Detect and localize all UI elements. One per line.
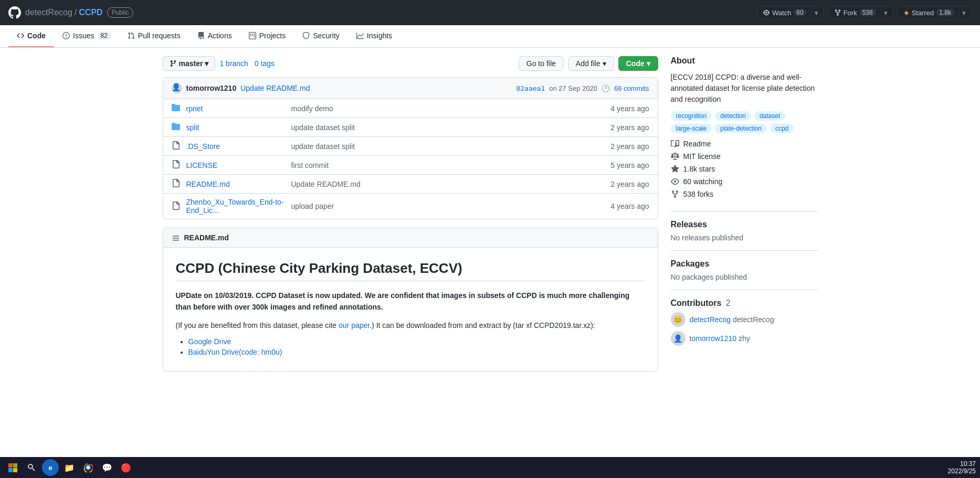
fork-dropdown-arrow[interactable]: ▾ — [880, 9, 888, 17]
tag-detection[interactable]: detection — [715, 111, 751, 121]
github-logo-icon — [8, 6, 21, 19]
releases-empty: No releases published — [671, 233, 818, 242]
readme-title: README.md — [184, 233, 229, 242]
contributors-list: 😊 detectRecog detectRecog 👤 tomorrow1210… — [671, 312, 818, 346]
packages-section: Packages No packages published — [671, 259, 818, 281]
commit-right: 02aaea1 on 27 Sep 2020 🕐 66 commits — [516, 84, 649, 92]
file-icon — [172, 160, 182, 170]
about-section: About [ECCV 2018] CCPD: a diverse and we… — [671, 56, 818, 198]
tab-pull-requests[interactable]: Pull requests — [119, 25, 189, 47]
add-file-button[interactable]: Add file ▾ — [568, 56, 614, 71]
balance-icon — [671, 152, 679, 161]
tags-container: recognition detection dataset large-scal… — [671, 111, 818, 133]
forks-info: 538 forks — [671, 190, 818, 198]
eye-watching-icon — [671, 177, 679, 186]
branch-icon — [170, 60, 177, 67]
commit-hash[interactable]: 02aaea1 — [516, 84, 545, 92]
commit-username[interactable]: tomorrow1210 — [186, 84, 237, 92]
tab-pr-label: Pull requests — [138, 31, 181, 40]
tab-issues[interactable]: Issues 82 — [54, 25, 119, 47]
repo-name[interactable]: CCPD — [79, 8, 102, 17]
file-commit-license: first commit — [291, 161, 586, 169]
contributor-tomorrow1210: 👤 tomorrow1210 zhy — [671, 331, 818, 346]
contributor-username-tomorrow1210[interactable]: tomorrow1210 — [690, 334, 737, 343]
branch-selector[interactable]: master ▾ — [163, 56, 216, 71]
license-link[interactable]: MIT license — [671, 152, 818, 161]
tag-plate-detection[interactable]: plate-detection — [715, 124, 767, 133]
tag-recognition[interactable]: recognition — [671, 111, 712, 121]
commit-bar: 👤 tomorrow1210 Update README.md 02aaea1 … — [163, 78, 658, 99]
star-label: Starred — [912, 9, 934, 17]
watch-count: 60 — [793, 9, 806, 16]
branch-count-link[interactable]: 1 branch — [219, 59, 248, 68]
table-row: .DS_Store update dataset split 2 years a… — [163, 137, 658, 156]
star-icon — [671, 165, 679, 173]
tag-ccpd[interactable]: ccpd — [770, 124, 794, 133]
sidebar-divider-1 — [671, 211, 818, 211]
packages-title: Packages — [671, 259, 818, 269]
commit-avatar: 👤 — [172, 83, 182, 93]
table-row: rpnet modify demo 4 years ago — [163, 99, 658, 118]
tag-dataset[interactable]: dataset — [754, 111, 785, 121]
go-to-file-button[interactable]: Go to file — [519, 56, 564, 71]
tab-actions[interactable]: Actions — [189, 25, 240, 47]
fork-icon — [834, 9, 841, 16]
contributor-username-detectrecog[interactable]: detectRecog — [690, 315, 731, 324]
visibility-badge: Public — [107, 7, 134, 18]
watch-dropdown-arrow[interactable]: ▾ — [811, 9, 818, 17]
license-sidebar-link[interactable]: MIT license — [683, 152, 721, 161]
google-drive-link[interactable]: Google Drive — [188, 337, 231, 346]
stars-count: 1.8k stars — [683, 165, 715, 173]
tag-large-scale[interactable]: large-scale — [671, 124, 712, 133]
table-row: README.md Update README.md 2 years ago — [163, 175, 658, 194]
file-age-dsstore: 2 years ago — [586, 142, 649, 151]
contributor-handle-tomorrow1210: zhy — [739, 334, 750, 343]
file-age-split: 2 years ago — [586, 123, 649, 132]
file-name-license[interactable]: LICENSE — [186, 161, 291, 169]
org-name[interactable]: detectRecog — [25, 8, 72, 17]
list-item: Google Drive — [188, 337, 645, 346]
readme-link[interactable]: Readme — [671, 140, 818, 148]
tab-projects[interactable]: Projects — [240, 25, 294, 47]
file-name-rpnet[interactable]: rpnet — [186, 104, 291, 113]
branch-name: master — [179, 59, 203, 68]
about-description: [ECCV 2018] CCPD: a diverse and well-ann… — [671, 72, 818, 105]
insights-icon — [356, 32, 364, 39]
tab-code-label: Code — [27, 31, 46, 40]
add-file-arrow: ▾ — [603, 59, 606, 68]
file-name-readme[interactable]: README.md — [186, 180, 291, 188]
branch-dropdown-icon: ▾ — [205, 59, 208, 68]
baiduyun-link[interactable]: BaiduYun Drive(code: hm0u) — [188, 348, 282, 356]
our-paper-link[interactable]: our paper — [339, 321, 370, 330]
readme-update-strong: UPDate on 10/03/2019. CCPD Dataset is no… — [176, 291, 630, 311]
contributor-avatar-tomorrow1210: 👤 — [671, 331, 686, 346]
watch-button[interactable]: Watch 60 ▾ — [757, 6, 824, 19]
contributors-count: 2 — [726, 299, 731, 307]
contributor-avatar-detectrecog: 😊 — [671, 312, 686, 327]
star-button[interactable]: ★ Starred 1.8k ▾ — [898, 6, 972, 19]
contributors-section: Contributors 2 😊 detectRecog detectRecog… — [671, 299, 818, 346]
tab-insights[interactable]: Insights — [348, 25, 401, 47]
fork-label: Fork — [844, 9, 857, 17]
tab-code[interactable]: Code — [8, 25, 54, 47]
fork-button[interactable]: Fork 538 ▾ — [828, 6, 893, 19]
issues-badge: 82 — [97, 31, 110, 40]
file-name-paper[interactable]: Zhenbo_Xu_Towards_End-to-End_Lic... — [186, 198, 291, 215]
tab-security[interactable]: Security — [294, 25, 348, 47]
commit-date: on 27 Sep 2020 — [549, 84, 597, 92]
file-name-split[interactable]: split — [186, 123, 291, 132]
projects-icon — [249, 32, 256, 39]
file-icon — [172, 179, 182, 189]
star-count: 1.8k — [936, 9, 954, 16]
top-bar-left: detectRecog / CCPD Public — [8, 6, 133, 19]
file-name-dsstore[interactable]: .DS_Store — [186, 142, 291, 151]
tag-count-link[interactable]: 0 tags — [255, 59, 275, 68]
readme-sidebar-link[interactable]: Readme — [683, 140, 711, 148]
code-button[interactable]: Code ▾ — [618, 56, 658, 71]
commit-message-link[interactable]: Update README.md — [240, 84, 310, 92]
tab-issues-label: Issues — [73, 31, 94, 40]
commit-count-link[interactable]: 66 commits — [614, 84, 649, 92]
top-bar-right: Watch 60 ▾ Fork 538 ▾ ★ Starred 1.8k ▾ — [757, 6, 972, 19]
star-dropdown-arrow[interactable]: ▾ — [958, 9, 966, 17]
contributor-info-detectrecog: detectRecog detectRecog — [690, 315, 774, 324]
